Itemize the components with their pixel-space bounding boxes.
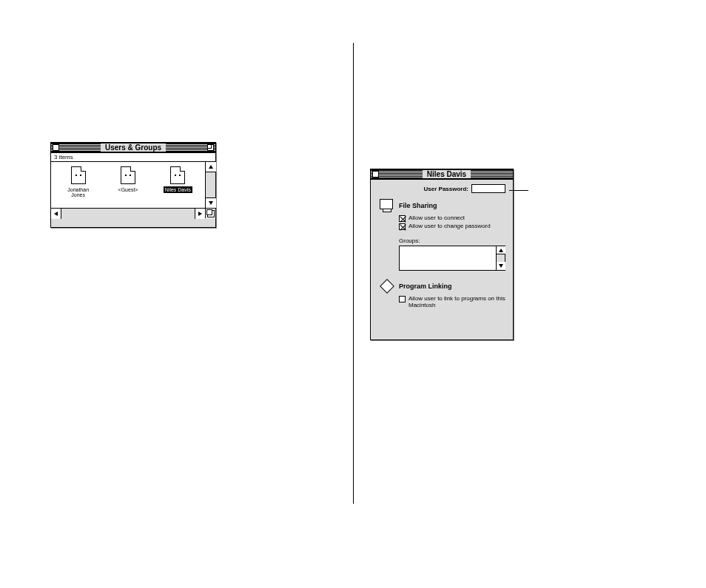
close-icon[interactable] (372, 171, 379, 178)
page-divider (353, 43, 354, 504)
user-settings-window: Niles Davis User Password: File Sharing … (370, 169, 514, 340)
close-icon[interactable] (53, 144, 59, 151)
monitor-icon (378, 199, 394, 212)
scroll-track[interactable] (61, 209, 195, 218)
item-label: Niles Davis (164, 186, 192, 193)
scroll-up-icon[interactable] (497, 246, 505, 254)
allow-change-password-label: Allow user to change password (409, 223, 491, 230)
allow-program-link-label: Allow user to link to programs on this M… (409, 296, 505, 309)
users-groups-body: Jonathan Jones <Guest> Niles Davis (51, 162, 215, 218)
password-field[interactable] (471, 184, 505, 193)
list-item[interactable]: <Guest> (108, 166, 147, 208)
scroll-up-icon[interactable] (206, 162, 216, 172)
allow-connect-checkbox[interactable] (399, 215, 406, 222)
groups-listbox[interactable] (399, 246, 497, 271)
program-linking-heading: Program Linking (399, 283, 452, 290)
window-title: Niles Davis (423, 170, 471, 178)
scroll-left-icon[interactable] (51, 209, 61, 219)
scroll-down-icon[interactable] (497, 262, 505, 270)
user-icon (121, 166, 135, 184)
callout-line (509, 190, 528, 191)
item-count: 3 items (51, 153, 215, 162)
allow-program-link-checkbox[interactable] (399, 296, 406, 303)
window-title: Users & Groups (101, 143, 166, 152)
password-label: User Password: (424, 186, 468, 192)
user-icon (71, 166, 86, 184)
scroll-right-icon[interactable] (195, 209, 205, 219)
groups-label: Groups: (399, 237, 505, 244)
scroll-down-icon[interactable] (206, 197, 216, 208)
resize-handle-icon[interactable] (205, 208, 215, 218)
list-item[interactable]: Niles Davis (158, 166, 198, 208)
user-icon (170, 166, 185, 184)
groups-scrollbar[interactable] (497, 246, 505, 271)
allow-connect-label: Allow user to connect (409, 215, 465, 222)
file-sharing-heading: File Sharing (399, 202, 437, 209)
users-groups-window: Users & Groups 3 items Jonathan Jones <G… (50, 142, 216, 228)
zoom-icon[interactable] (207, 144, 214, 151)
list-item[interactable]: Jonathan Jones (58, 166, 98, 208)
horizontal-scrollbar[interactable] (51, 208, 205, 218)
scroll-track[interactable] (497, 254, 505, 262)
user-settings-titlebar[interactable]: Niles Davis (371, 169, 513, 180)
item-label: Jonathan Jones (58, 186, 98, 198)
users-groups-titlebar[interactable]: Users & Groups (51, 143, 215, 153)
scroll-track[interactable] (206, 172, 215, 197)
link-icon (378, 280, 394, 293)
vertical-scrollbar[interactable] (205, 162, 215, 208)
allow-change-password-checkbox[interactable] (399, 223, 406, 230)
item-label: <Guest> (117, 186, 140, 193)
users-list: Jonathan Jones <Guest> Niles Davis (51, 162, 205, 208)
